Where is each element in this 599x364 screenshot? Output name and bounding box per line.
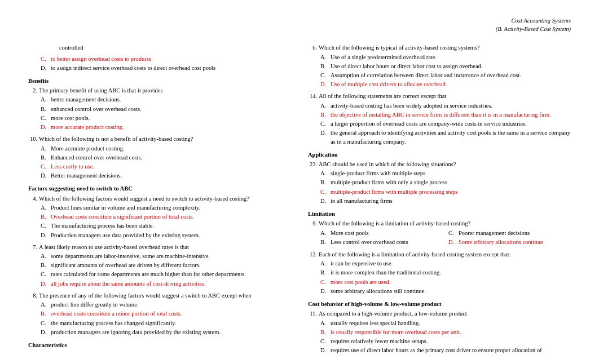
answer-letter: D. — [320, 197, 328, 205]
answer-item: D. some arbitrary allocations still cont… — [320, 287, 571, 295]
right-column: 6. Which of the following is typical of … — [308, 43, 571, 358]
answer-item: C. rates calculated for some departments… — [41, 270, 291, 278]
answer-letter: A. — [41, 300, 49, 309]
answer-letter: D. — [320, 128, 328, 145]
answer-letter: B. — [320, 328, 328, 336]
answer-text: Poorer management decisions — [459, 229, 571, 237]
q-line: 14. All of the following statements are … — [308, 92, 571, 100]
answer-text: Less control over overhead costs — [331, 238, 443, 246]
answer-item: A. Use of a single predetermined overhea… — [320, 53, 571, 61]
answer-list: A. activity-based costing has been widel… — [320, 101, 571, 146]
answer-letter: C. — [41, 162, 49, 171]
q-line: 10. Which of the following is not a bene… — [28, 135, 291, 143]
answer-letter: A. — [41, 95, 49, 104]
question-4: 4. Which of the following factors would … — [28, 194, 291, 239]
q-line: 4. Which of the following factors would … — [28, 194, 291, 203]
answer-list: A. More accurate product costing. B. Enh… — [41, 144, 291, 180]
answer-text: Product lines similar in volume and manu… — [51, 203, 291, 212]
answer-letter: D. — [448, 238, 456, 246]
answer-letter: C. — [320, 278, 328, 286]
answer-text: requires use of direct labor hours as th… — [331, 346, 571, 354]
answer-item: A. some departments are labor-intensive,… — [41, 252, 291, 260]
answer-text: rates calculated for some departments ar… — [51, 270, 291, 278]
answer-text: is usually responsible for more overhead… — [331, 328, 571, 336]
answer-item: B. Overhead costs constitute a significa… — [41, 212, 291, 221]
answers-right: C. Poorer management decisions D. Some a… — [448, 229, 571, 247]
answer-letter: D. — [41, 123, 49, 131]
q-text: The primary benefit of using ABC is that… — [39, 86, 291, 95]
answer-text: activity-based costing has been widely a… — [331, 101, 571, 110]
answer-letter: D. — [41, 171, 49, 180]
answer-text: more cost pools are used. — [331, 278, 571, 286]
section-title-application: Application — [308, 150, 571, 159]
section-title-cost-behavior: Cost behavior of high-volume & low-volum… — [308, 300, 571, 308]
answer-letter: D. — [41, 279, 49, 288]
answer-text: More accurate product costing. — [51, 144, 291, 153]
answer-item: C. to better assign overhead costs to pr… — [41, 55, 291, 63]
answer-text: Use of direct labor hours or direct labo… — [331, 62, 571, 70]
q-line: 22. ABC should be used in which of the f… — [308, 160, 571, 168]
answer-text: it can be expensive to use. — [331, 259, 571, 268]
answer-item: D. to assign indirect service overhead c… — [41, 64, 291, 72]
answer-letter: A. — [320, 229, 328, 237]
answer-letter: A. — [320, 169, 328, 177]
answers-left: A. More cost pools B. Less control over … — [320, 229, 443, 247]
answer-text: some departments are labor-intensive, so… — [51, 252, 291, 260]
question-22: 22. ABC should be used in which of the f… — [308, 160, 571, 205]
section-title-characteristics: Characteristics — [28, 341, 291, 349]
answer-letter: C. — [41, 221, 49, 230]
answer-letter: C. — [320, 337, 328, 345]
answer-item: C. requires relatively fewer machine set… — [320, 337, 571, 345]
q-text: ABC should be used in which of the follo… — [319, 160, 571, 168]
answer-text: Overhead costs constitute a significant … — [51, 212, 291, 221]
answer-item: C. Less costly to use. — [41, 162, 291, 171]
answer-text: some arbitrary allocations still continu… — [331, 287, 571, 295]
answer-text: Assumption of correlation between direct… — [331, 71, 571, 79]
page-header: Cost Accounting Systems (B. Activity-Bas… — [28, 17, 571, 33]
answer-item: B. Enhanced control over overhead costs. — [41, 153, 291, 162]
answer-text: Use of a single predetermined overhead r… — [331, 53, 571, 61]
answer-list: A. Use of a single predetermined overhea… — [320, 53, 571, 89]
answer-text: enhanced control over overhead costs. — [51, 105, 291, 113]
answer-text: better management decisions. — [51, 95, 291, 104]
question-9: 9. Which of the following is a limitatio… — [308, 219, 571, 247]
answer-text: a larger proportion of overhead costs ar… — [331, 119, 571, 128]
answer-text: the manufacturing process has changed si… — [51, 319, 291, 327]
answer-letter: A. — [320, 101, 328, 110]
q-text: Which of the following factors would sug… — [39, 194, 291, 203]
answer-letter: D. — [320, 346, 328, 354]
answer-letter: A. — [320, 319, 328, 327]
answer-item: B. Use of direct labor hours or direct l… — [320, 62, 571, 70]
answer-text: in all manufacturing firms — [331, 197, 571, 205]
q-num: 7. — [28, 243, 37, 251]
answer-text: multiple-product firms with only a singl… — [331, 178, 571, 187]
question-10: 10. Which of the following is not a bene… — [28, 135, 291, 180]
answer-letter: C. — [320, 188, 328, 196]
answer-text: overhead costs constitute a minor portio… — [51, 309, 291, 318]
answer-item: D. Production managers use data provided… — [41, 231, 291, 239]
question-6: 6. Which of the following is typical of … — [308, 43, 571, 88]
answer-list: A. some departments are labor-intensive,… — [41, 252, 291, 288]
q-num: 10. — [28, 135, 37, 143]
answer-letter: C. — [41, 114, 49, 122]
page: Cost Accounting Systems (B. Activity-Bas… — [0, 0, 599, 364]
q-num: 6. — [308, 43, 317, 52]
q-text: A least likely reason to use activity-ba… — [39, 243, 291, 251]
answer-text: Use of multiple cost drivers to allocate… — [331, 80, 571, 88]
q-text: All of the following statements are corr… — [319, 92, 571, 100]
answer-list: A. single-product firms with multiple st… — [320, 169, 571, 205]
q-num: 8. — [28, 291, 37, 300]
main-content: controlled C. to better assign overhead … — [28, 43, 571, 358]
question-2: 2. The primary benefit of using ABC is t… — [28, 86, 291, 131]
answer-item: B. multiple-product firms with only a si… — [320, 178, 571, 187]
q-line: 8. The presence of any of the following … — [28, 291, 291, 300]
answer-list: A. product line differ greatly in volume… — [41, 300, 291, 336]
answer-item: D. requires use of direct labor hours as… — [320, 346, 571, 354]
q-num: 22. — [308, 160, 317, 168]
answer-item: B. it is more complex than the tradition… — [320, 268, 571, 277]
answer-item: D. in all manufacturing firms — [320, 197, 571, 205]
answer-letter: A. — [41, 252, 49, 260]
section-title-benefits: Benefits — [28, 77, 291, 85]
q-num: 2. — [28, 86, 37, 95]
answer-text: Better management decisions. — [51, 171, 291, 180]
